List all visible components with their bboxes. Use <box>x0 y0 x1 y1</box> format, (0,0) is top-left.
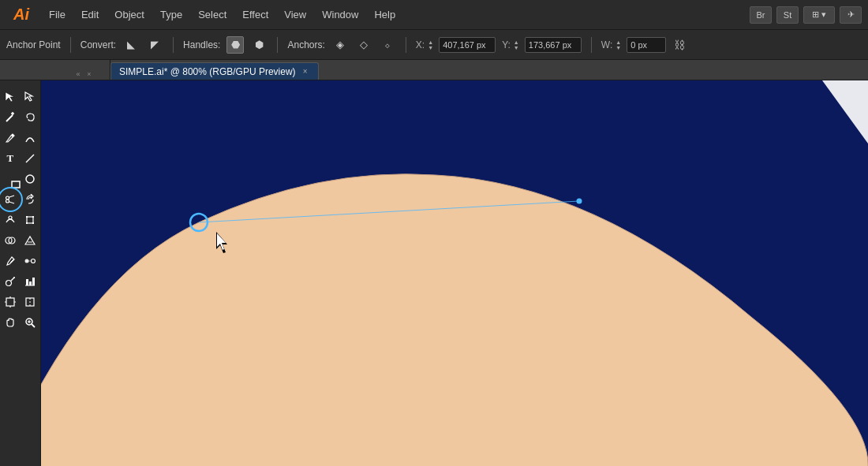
anchors-label: Anchors: <box>287 39 324 50</box>
y-input[interactable] <box>525 37 582 53</box>
svg-line-12 <box>9 202 14 203</box>
convert-label: Convert: <box>80 39 116 50</box>
svg-line-11 <box>9 196 14 197</box>
svg-point-29 <box>13 277 15 278</box>
type-tool[interactable]: T <box>0 148 21 169</box>
workspace-icon[interactable]: ⊞ ▾ <box>803 6 835 24</box>
bar-graph-tool[interactable] <box>21 271 41 292</box>
eyedropper-tool[interactable] <box>0 251 21 271</box>
canvas-area[interactable] <box>41 80 868 466</box>
share-icon[interactable]: ✈ <box>840 6 862 24</box>
symbol-sprayer-tool[interactable] <box>0 271 21 292</box>
perspective-tool[interactable] <box>21 230 41 251</box>
reshape-tool[interactable] <box>0 210 21 230</box>
svg-rect-32 <box>32 278 35 285</box>
slice-tool[interactable] <box>21 292 41 312</box>
curvature-tool[interactable] <box>21 128 41 148</box>
menu-select[interactable]: Select <box>192 6 233 24</box>
svg-rect-7 <box>12 181 20 188</box>
toolbar-separator-4 <box>406 37 406 53</box>
convert-smooth-icon[interactable]: ◤ <box>146 36 163 54</box>
menu-view[interactable]: View <box>278 6 312 24</box>
menu-type[interactable]: Type <box>154 6 189 24</box>
free-transform-tool[interactable] <box>21 210 41 230</box>
svg-marker-1 <box>25 92 32 101</box>
ellipse-tool[interactable] <box>21 169 41 189</box>
magic-wand-tool[interactable] <box>0 107 21 128</box>
w-input[interactable] <box>627 37 666 53</box>
svg-point-25 <box>32 259 36 263</box>
svg-rect-14 <box>27 217 33 223</box>
app-logo: Ai <box>6 0 36 30</box>
w-label: W: <box>601 39 612 50</box>
zoom-tool[interactable] <box>21 312 41 333</box>
svg-rect-17 <box>26 222 28 224</box>
stock-icon[interactable]: St <box>776 6 799 24</box>
menu-window[interactable]: Window <box>316 6 365 24</box>
blend-tool[interactable] <box>21 251 41 271</box>
rectangle-tool[interactable] <box>0 169 21 189</box>
bridge-icon[interactable]: Br <box>750 6 772 24</box>
svg-rect-16 <box>32 216 34 218</box>
svg-point-49 <box>577 199 582 204</box>
toolbar-separator-5 <box>591 37 592 53</box>
svg-line-2 <box>6 115 13 121</box>
line-tool[interactable] <box>21 148 41 169</box>
anchor-point-label: Anchor Point <box>6 39 61 50</box>
handles-equal-icon[interactable]: ⬢ <box>250 36 268 54</box>
hand-tool[interactable] <box>0 312 21 333</box>
main-area: T <box>0 80 868 466</box>
pen-tool[interactable] <box>0 128 21 148</box>
x-stepper[interactable]: ▲ ▼ <box>428 37 439 53</box>
svg-point-8 <box>26 175 34 183</box>
tab-close-btn[interactable]: × <box>301 67 310 76</box>
w-group: W: ▲ ▼ <box>601 37 666 53</box>
svg-rect-15 <box>26 216 28 218</box>
y-coord-group: Y: ▲ ▼ <box>502 37 582 53</box>
handles-auto-icon[interactable]: ⬣ <box>226 36 244 54</box>
menu-effect[interactable]: Effect <box>236 6 275 24</box>
anchors-show-icon[interactable]: ◈ <box>331 36 349 54</box>
svg-rect-34 <box>6 298 14 306</box>
toolbar-separator-1 <box>70 37 71 53</box>
menu-file[interactable]: File <box>43 6 72 24</box>
canvas-svg <box>41 80 868 466</box>
x-coord-group: X: ▲ ▼ <box>416 37 496 53</box>
svg-point-24 <box>25 259 29 263</box>
anchors-select-icon[interactable]: ⬦ <box>379 36 396 54</box>
rotate-tool[interactable] <box>21 189 41 210</box>
menu-help[interactable]: Help <box>368 6 402 24</box>
toolbar-separator-2 <box>173 37 174 53</box>
svg-line-6 <box>26 155 34 162</box>
selection-tool[interactable] <box>0 87 21 107</box>
panel-close-btn[interactable]: × <box>84 69 95 80</box>
svg-point-10 <box>6 199 9 203</box>
toolbar-separator-3 <box>277 37 278 53</box>
y-stepper[interactable]: ▲ ▼ <box>514 37 525 53</box>
svg-rect-18 <box>32 222 34 224</box>
svg-point-5 <box>11 135 13 137</box>
svg-marker-21 <box>25 237 35 244</box>
shape-builder-tool[interactable] <box>0 230 21 251</box>
lasso-tool[interactable] <box>21 107 41 128</box>
left-toolbar: T <box>0 80 41 466</box>
scissors-tool[interactable] <box>0 189 21 210</box>
chain-link-icon[interactable]: ⛓ <box>672 36 687 54</box>
document-tab[interactable]: SIMPLE.ai* @ 800% (RGB/GPU Preview) × <box>110 62 319 80</box>
w-stepper[interactable]: ▲ ▼ <box>615 37 627 53</box>
menu-edit[interactable]: Edit <box>75 6 105 24</box>
svg-point-27 <box>6 281 11 286</box>
direct-selection-tool[interactable] <box>21 87 41 107</box>
panel-collapse-btn[interactable]: « <box>73 69 84 80</box>
menu-object[interactable]: Object <box>108 6 151 24</box>
tab-bar: « × SIMPLE.ai* @ 800% (RGB/GPU Preview) … <box>0 60 868 80</box>
anchors-hide-icon[interactable]: ◇ <box>355 36 372 54</box>
handles-label: Handles: <box>183 39 220 50</box>
x-label: X: <box>416 39 425 50</box>
x-input[interactable] <box>439 37 496 53</box>
svg-point-9 <box>6 196 9 199</box>
convert-corner-icon[interactable]: ◣ <box>122 36 140 54</box>
artboard-tool[interactable] <box>0 292 21 312</box>
svg-rect-31 <box>29 281 32 285</box>
anchor-point-toolbar: Anchor Point Convert: ◣ ◤ Handles: ⬣ ⬢ A… <box>0 30 868 60</box>
